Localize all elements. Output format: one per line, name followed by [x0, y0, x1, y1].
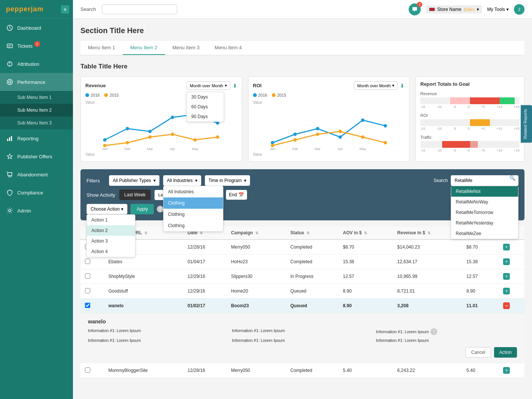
- sidebar-item-compliance[interactable]: Compliance: [0, 184, 73, 202]
- svg-point-19: [126, 141, 129, 144]
- choose-action-arrow: ▾: [121, 206, 123, 212]
- related-reports-tab[interactable]: Related Reports: [521, 105, 532, 143]
- sidebar-sub-item-3[interactable]: Sub Menu Item 3: [0, 117, 73, 129]
- sidebar-item-dashboard[interactable]: Dashboard: [0, 19, 73, 37]
- industries-dropdown[interactable]: All Industries ▾: [163, 175, 201, 186]
- col-aov[interactable]: AOV in $ ⇅: [338, 226, 393, 240]
- tab-menu-item-1[interactable]: Menu Item 1: [80, 41, 123, 55]
- sidebar-item-tickets[interactable]: Tickets 2: [0, 37, 73, 55]
- action-option-4[interactable]: Action 4: [87, 246, 135, 257]
- store-selector[interactable]: Store Name (Elite) ▾: [426, 5, 482, 14]
- col-status[interactable]: Status ⇅: [286, 226, 338, 240]
- tab-menu-item-2[interactable]: Menu Item 2: [123, 41, 165, 55]
- row-last-add-icon[interactable]: +: [503, 367, 510, 374]
- legend-2016-dot: [85, 93, 89, 97]
- row-4-campaign: Home20: [227, 284, 286, 299]
- row-5-checkbox[interactable]: [85, 303, 90, 308]
- sidebar-item-attribution[interactable]: Attribution: [0, 55, 73, 73]
- roi-legend-2015-label: 2015: [277, 93, 286, 97]
- end-date-input[interactable]: End 📅: [226, 190, 247, 200]
- revenue-option-90[interactable]: 90 Days: [187, 112, 224, 121]
- row-1-add-icon[interactable]: +: [503, 244, 510, 250]
- row-last-checkbox[interactable]: [85, 367, 90, 373]
- industries-dropdown-menu: All Industries Clothing Clothing Clothin…: [163, 186, 223, 232]
- search-result-retailmenoway[interactable]: RetailMeNoWay: [451, 197, 518, 207]
- revenue-option-60[interactable]: 60 Days: [187, 102, 224, 112]
- industry-option-clothing-3[interactable]: Clothing: [164, 220, 223, 231]
- revenue-dropdown[interactable]: Month over Month ▾ 30 Days 60 Days 90 Da…: [186, 81, 230, 90]
- row-2-checkbox[interactable]: [85, 259, 90, 264]
- apply-button[interactable]: Apply: [130, 204, 154, 214]
- expanded-cancel-button[interactable]: Cancel: [465, 347, 491, 358]
- sidebar-toggle[interactable]: ≡: [61, 5, 69, 14]
- search-result-retailmezee[interactable]: RetailMeZee: [451, 228, 518, 239]
- col-campaign[interactable]: Campaign ⇅: [227, 226, 286, 240]
- svg-rect-6: [7, 139, 8, 141]
- industry-option-clothing-1[interactable]: Clothing: [164, 197, 223, 209]
- filter-search-input[interactable]: [451, 175, 518, 186]
- revenue-option-30[interactable]: 30 Days: [187, 92, 224, 102]
- totals-roi-axis: -15-10-50+5+10+15: [420, 127, 520, 130]
- action-option-3[interactable]: Action 3: [87, 236, 135, 246]
- report-totals-card: Report Totals to Goal Revenue -15-10-50+…: [415, 76, 524, 162]
- row-4-checkbox[interactable]: [85, 288, 90, 293]
- search-result-retailmeyesterday[interactable]: RetailMeYesterday: [451, 218, 518, 228]
- expanded-help-icon[interactable]: ?: [430, 328, 437, 335]
- row-3-add-icon[interactable]: +: [503, 273, 510, 280]
- roi-legend-2016-label: 2016: [258, 93, 267, 97]
- industry-option-all[interactable]: All Industries: [164, 186, 223, 197]
- row-5-remove-icon[interactable]: −: [503, 302, 510, 309]
- my-tools-dropdown[interactable]: My Tools ▾: [487, 7, 509, 12]
- row-3-publisher: ShopMyStyle: [104, 269, 183, 284]
- page-title: Section Title Here: [80, 26, 524, 35]
- row-last-roi: 5.40: [462, 363, 499, 378]
- revenue-download-icon[interactable]: ⬇: [233, 83, 237, 89]
- last-week-button[interactable]: Last Week: [119, 190, 151, 200]
- action-dropdown-menu: Action 1 Action 2 Action 3 Action 4: [86, 214, 135, 257]
- admin-label: Admin: [17, 208, 31, 214]
- tab-navigation: Menu Item 1 Menu Item 2 Menu Item 3 Menu…: [80, 41, 524, 55]
- sidebar-sub-item-1[interactable]: Sub Menu Item 1: [0, 91, 73, 104]
- help-icon[interactable]: ?: [157, 206, 164, 212]
- search-input[interactable]: [102, 5, 177, 14]
- attribution-label: Attribution: [17, 61, 39, 67]
- industry-option-clothing-2[interactable]: Clothing: [164, 209, 223, 220]
- action-option-1[interactable]: Action 1: [87, 215, 135, 225]
- page-content: Section Title Here Menu Item 1 Menu Item…: [73, 19, 532, 399]
- filter-search-container: Search 🔍 RetailMeNot RetailMeNoWay Retai…: [433, 175, 518, 186]
- sidebar-item-abandonment[interactable]: Abandonment: [0, 165, 73, 184]
- tab-menu-item-4[interactable]: Menu Item 4: [207, 41, 249, 55]
- chat-button[interactable]: 2: [409, 3, 421, 15]
- totals-traffic-row: Traffic -15-10-50+5+10+15: [420, 135, 520, 152]
- sidebar-item-admin[interactable]: Admin: [0, 202, 73, 220]
- row-3-checkbox[interactable]: [85, 273, 90, 279]
- roi-legend-2016: 2016: [253, 93, 267, 97]
- show-activity-label: Show Activity: [86, 192, 115, 198]
- end-label: End: [229, 192, 237, 197]
- user-avatar[interactable]: 2: [514, 4, 524, 15]
- search-result-retailmenot[interactable]: RetailMeNot: [451, 186, 518, 197]
- row-last-status: Completed: [286, 363, 338, 378]
- row-2-add-icon[interactable]: +: [503, 258, 510, 265]
- svg-point-39: [361, 135, 364, 139]
- store-tier: (Elite): [464, 7, 474, 12]
- tab-menu-item-3[interactable]: Menu Item 3: [165, 41, 207, 55]
- publisher-types-dropdown[interactable]: All Publisher Types ▾: [109, 175, 159, 186]
- roi-dropdown[interactable]: Month over Month ▾: [354, 81, 398, 90]
- logo-text: pepperjam: [6, 5, 44, 13]
- dashboard-icon: [6, 24, 14, 32]
- row-4-add-icon[interactable]: +: [503, 288, 510, 294]
- sidebar-item-performance[interactable]: Performance: [0, 73, 73, 91]
- totals-traffic-bar: [420, 141, 520, 148]
- sidebar-sub-item-2[interactable]: Sub Menu Item 2: [0, 104, 73, 117]
- sidebar-item-publisher-offers[interactable]: Publisher Offers: [0, 147, 73, 165]
- expanded-detail-row: wanelo Information #1: Lorem Ipsum Infor…: [80, 313, 524, 363]
- search-result-retailmetomorrow[interactable]: RetailMeTomorrow: [451, 207, 518, 218]
- row-5-status: Queued: [286, 299, 338, 313]
- choose-action-dropdown[interactable]: Choose Action ▾: [86, 204, 127, 214]
- time-in-program-dropdown[interactable]: Time in Program ▾: [205, 175, 250, 186]
- action-option-2[interactable]: Action 2: [87, 225, 135, 236]
- roi-download-icon[interactable]: ⬇: [400, 83, 405, 89]
- sidebar-item-reporting[interactable]: Reporting: [0, 129, 73, 147]
- expanded-action-button[interactable]: Action: [494, 347, 517, 358]
